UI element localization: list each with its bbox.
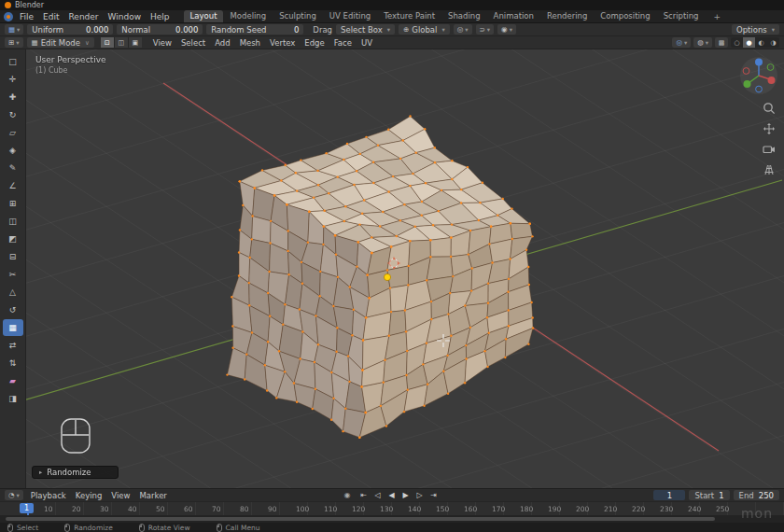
timeline-ruler[interactable]: 1 10203040506070809010011012013014015016… — [0, 501, 784, 515]
pivot-point-dropdown[interactable]: ◎▾ — [454, 24, 472, 35]
select-mode-dropdown[interactable]: Select Box▾ — [336, 24, 395, 35]
shading-rendered-button[interactable]: ◑ — [767, 37, 779, 48]
workspace-tab[interactable]: Animation — [487, 10, 540, 22]
workspace-tab[interactable]: Sculpting — [273, 10, 323, 22]
tool-inset-faces[interactable]: ◫ — [3, 213, 23, 230]
previous-keyframe-button[interactable]: ◁ — [371, 490, 384, 501]
playhead[interactable]: 1 — [20, 503, 34, 513]
viewport-menu-item[interactable]: UV — [357, 38, 377, 48]
blender-app-icon[interactable] — [4, 12, 13, 21]
workspace-tab[interactable]: Compositing — [594, 10, 656, 22]
play-button[interactable]: ▶ — [399, 490, 412, 501]
tool-select-box[interactable]: □ — [3, 53, 23, 70]
timeline-editor-selector[interactable]: ◔▾ — [5, 490, 23, 500]
end-frame-field[interactable]: End250 — [734, 490, 779, 500]
tool-transform[interactable]: ◈ — [3, 142, 23, 159]
proportional-edit-dropdown[interactable]: ◉▾ — [497, 24, 516, 35]
mode-dropdown[interactable]: ▦Edit Mode∨ — [27, 37, 94, 48]
viewport-menu-item[interactable]: Select — [176, 38, 210, 48]
show-gizmo-dropdown[interactable]: ◎▾ — [672, 37, 691, 48]
tool-spin[interactable]: ↺ — [3, 301, 23, 318]
timeline-menu-item[interactable]: View — [106, 491, 134, 500]
tool-poly-build[interactable]: △ — [3, 284, 23, 301]
workspace-tab[interactable]: Shading — [441, 10, 487, 22]
uniform-field[interactable]: Uniform0.000 — [27, 24, 113, 35]
chevron-down-icon: ▾ — [706, 39, 708, 47]
camera-view-icon[interactable] — [763, 143, 776, 156]
viewport-menu-item[interactable]: Vertex — [265, 38, 300, 48]
ruler-tick: 180 — [520, 505, 533, 513]
workspace-tab[interactable]: Rendering — [540, 10, 594, 22]
jump-to-start-button[interactable]: ⇤ — [357, 490, 370, 501]
ruler-tick: 160 — [464, 505, 477, 513]
menu-item[interactable]: Help — [146, 12, 175, 21]
auto-key-button[interactable]: ◉ — [344, 491, 351, 499]
add-workspace-button[interactable]: + — [709, 12, 724, 21]
shading-wireframe-button[interactable]: ○ — [731, 37, 743, 48]
menu-item[interactable]: Render — [64, 12, 104, 21]
workspace-tab[interactable]: Texture Paint — [377, 10, 441, 22]
overlays-dropdown[interactable]: ◍▾ — [693, 37, 712, 48]
viewport-3d[interactable]: User Perspective (1) Cube — [26, 49, 784, 488]
tool-randomize[interactable]: ▦ — [3, 319, 23, 336]
active-tool-selector[interactable]: ▦▾ — [5, 24, 23, 35]
workspace-tab[interactable]: UV Editing — [323, 10, 377, 22]
magnet-icon: ⊃ — [480, 25, 485, 34]
tool-move[interactable]: ✚ — [3, 89, 23, 105]
play-reverse-button[interactable]: ◀ — [385, 490, 398, 501]
vertex-select-button[interactable]: ⊡ — [101, 37, 114, 48]
editor-type-selector[interactable]: ⊞▾ — [5, 37, 23, 48]
navigation-gizmo[interactable] — [738, 55, 779, 96]
horizontal-scrollbar[interactable] — [6, 517, 715, 521]
main-area: □✛✚↻▱◈✎∠⊞◫◩⊟✂△↺▦⇄⇅▰◨ User Perspective (1… — [0, 49, 784, 488]
timeline-menu-item[interactable]: Marker — [134, 491, 171, 500]
viewport-menu-item[interactable]: Face — [329, 38, 357, 48]
normal-field[interactable]: Normal0.000 — [117, 24, 203, 35]
options-dropdown[interactable]: Options▾ — [732, 24, 779, 35]
viewport-menu-item[interactable]: Edge — [300, 38, 329, 48]
tool-extrude-region[interactable]: ⊞ — [3, 195, 23, 212]
workspace-tab[interactable]: Scripting — [657, 10, 706, 22]
viewport-menu-item[interactable]: Add — [210, 38, 234, 48]
tool-edge-slide[interactable]: ⇄ — [3, 337, 23, 354]
menubar: FileEditRenderWindowHelp LayoutModelingS… — [0, 10, 784, 23]
timeline-menu-item[interactable]: Keying — [71, 491, 107, 500]
viewport-menu-item[interactable]: View — [148, 38, 176, 48]
shading-solid-button[interactable]: ● — [743, 37, 755, 48]
viewport-canvas[interactable] — [26, 49, 784, 488]
workspace-tab[interactable]: Layout — [184, 10, 224, 22]
xray-toggle[interactable]: ▩ — [715, 37, 728, 48]
zoom-icon[interactable] — [763, 102, 776, 115]
current-frame-field[interactable]: 1 — [653, 490, 685, 500]
menu-item[interactable]: Window — [104, 12, 147, 21]
edge-select-button[interactable]: ◫ — [115, 37, 128, 48]
tool-loop-cut[interactable]: ⊟ — [3, 248, 23, 265]
random-seed-field[interactable]: Random Seed0 — [206, 24, 303, 35]
perspective-toggle-icon[interactable] — [763, 163, 776, 176]
operator-panel[interactable]: ▸ Randomize — [32, 466, 119, 479]
tool-rotate[interactable]: ↻ — [3, 106, 23, 123]
snap-dropdown[interactable]: ⊃▾ — [476, 24, 495, 35]
menu-item[interactable]: File — [15, 12, 38, 21]
tool-annotate[interactable]: ✎ — [3, 160, 23, 176]
move-view-icon[interactable] — [763, 122, 776, 135]
tool-cursor[interactable]: ✛ — [3, 71, 23, 88]
tool-shear[interactable]: ▰ — [3, 372, 23, 389]
tool-scale[interactable]: ▱ — [3, 124, 23, 141]
tool-shrink-fatten[interactable]: ⇅ — [3, 355, 23, 371]
menu-item[interactable]: Edit — [38, 12, 63, 21]
workspace-tab[interactable]: Modeling — [223, 10, 273, 22]
tool-knife[interactable]: ✂ — [3, 266, 23, 283]
timeline-menu-item[interactable]: Playback — [26, 491, 71, 500]
shading-material-button[interactable]: ◐ — [755, 37, 767, 48]
tool-bevel[interactable]: ◩ — [3, 231, 23, 247]
tool-rip-region[interactable]: ◨ — [3, 390, 23, 407]
gizmo-icon: ◎ — [676, 38, 682, 47]
jump-to-end-button[interactable]: ⇥ — [427, 490, 440, 501]
face-select-button[interactable]: ▣ — [129, 37, 142, 48]
viewport-menu-item[interactable]: Mesh — [235, 38, 265, 48]
orientation-dropdown[interactable]: ⊕Global▾ — [399, 24, 450, 35]
tool-measure[interactable]: ∠ — [3, 177, 23, 194]
next-keyframe-button[interactable]: ▷ — [413, 490, 426, 501]
start-frame-field[interactable]: Start1 — [689, 490, 729, 500]
